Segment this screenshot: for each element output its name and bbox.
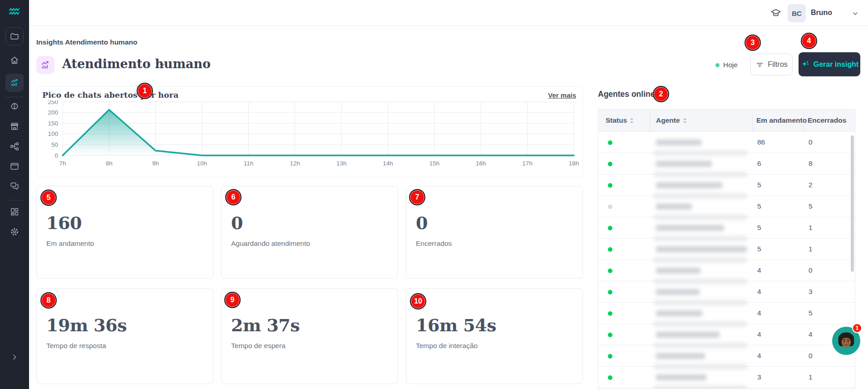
period-indicator: Hoje [715, 61, 738, 69]
sidebar-item-ai[interactable] [10, 101, 20, 111]
closed-value: 8 [809, 160, 813, 168]
sort-icon[interactable] [683, 118, 687, 124]
closed-value: 0 [809, 138, 813, 146]
closed-value: 0 [809, 266, 813, 274]
home-icon [10, 55, 20, 65]
table-row: 5 2 [598, 175, 855, 196]
breadcrumb: Insights Atendimento humano [36, 38, 137, 46]
sidebar [0, 0, 29, 389]
weni-logo[interactable] [9, 7, 20, 16]
period-label: Hoje [723, 61, 738, 69]
sidebar-item-flows[interactable] [10, 141, 20, 151]
agents-online-title: Agentes online [598, 90, 655, 99]
logo-waves-icon [9, 7, 20, 16]
sidebar-item-dashboard[interactable] [10, 207, 20, 217]
sort-icon[interactable] [630, 118, 634, 124]
annotation-badge-9: 9 [224, 292, 241, 308]
sidebar-item-home[interactable] [10, 55, 20, 65]
generate-insight-button[interactable]: Gerar insight [799, 52, 860, 76]
filters-button[interactable]: Filtros [750, 54, 793, 75]
sidebar-item-integrations[interactable] [10, 161, 20, 171]
status-dot [608, 140, 612, 145]
status-dot [608, 269, 612, 273]
svg-text:15h: 15h [429, 160, 440, 167]
metric-label: Encerrados [416, 239, 572, 248]
annotation-badge-8: 8 [40, 292, 57, 309]
sidebar-item-insights-active[interactable] [5, 74, 24, 92]
metric-card: 160 Em andamento [36, 186, 213, 279]
academy-button[interactable] [770, 7, 782, 21]
metric-card: 2m 37s Tempo de espera [221, 288, 398, 384]
agent-subline-blurred [654, 172, 747, 177]
chat-widget-button[interactable]: 1 [832, 327, 860, 355]
agent-name-blurred [656, 332, 720, 338]
period-status-dot [715, 63, 720, 67]
in-progress-value: 4 [757, 330, 761, 339]
in-progress-value: 5 [757, 224, 761, 232]
metric-label: Em andamento [46, 239, 203, 248]
annotation-badge-4: 4 [801, 33, 817, 49]
agent-name-blurred [656, 246, 747, 252]
column-header-status[interactable]: Status [606, 116, 634, 125]
agent-name-blurred [656, 140, 701, 145]
column-header-closed[interactable]: Encerrados [808, 116, 846, 125]
table-row: 3 1 [598, 367, 855, 388]
sidebar-item-settings[interactable] [10, 227, 20, 237]
annotation-badge-5: 5 [40, 190, 57, 206]
in-progress-value: 3 [757, 373, 761, 381]
svg-text:100: 100 [48, 130, 58, 137]
column-header-in-progress[interactable]: Em andamento [756, 116, 807, 125]
table-scrollbar[interactable] [851, 135, 854, 272]
svg-text:7h: 7h [59, 160, 66, 167]
agent-subline-blurred [654, 300, 747, 305]
agent-subline-blurred [654, 150, 747, 156]
status-dot [608, 226, 612, 230]
svg-text:150: 150 [48, 120, 58, 127]
user-menu-button[interactable] [852, 10, 859, 19]
avatar[interactable]: BC [788, 4, 806, 22]
column-header-agent[interactable]: Agente [656, 116, 687, 125]
metric-value: 16m 54s [416, 315, 572, 335]
closed-value: 5 [809, 202, 813, 210]
agent-subline-blurred [654, 364, 747, 369]
peak-chats-chart-card: Pico de chats abertos por hora Ver mais … [36, 86, 583, 177]
metric-card: 0 Encerrados [406, 186, 583, 279]
see-more-link[interactable]: Ver mais [548, 91, 576, 99]
sidebar-item-chats[interactable] [10, 181, 20, 191]
agent-subline-blurred [654, 385, 747, 389]
metric-label: Tempo de resposta [46, 342, 203, 350]
table-row: 4 0 [598, 345, 855, 367]
chat-unread-badge: 1 [852, 323, 862, 333]
user-name[interactable]: Bruno [811, 9, 832, 17]
closed-value: 1 [809, 373, 813, 381]
chevron-down-icon [158, 61, 166, 69]
table-row: 4 4 [598, 324, 855, 345]
dashboard-switcher-button[interactable] [158, 61, 166, 71]
table-row: 4 3 [598, 281, 855, 303]
closed-value: 2 [809, 181, 813, 189]
agent-subline-blurred [654, 193, 747, 199]
table-row: 4 5 [598, 303, 855, 324]
agent-name-blurred [656, 374, 706, 380]
sidebar-item-projects[interactable] [5, 27, 24, 45]
metric-value: 0 [416, 213, 572, 233]
folder-icon [10, 31, 20, 41]
annotation-badge-2: 2 [653, 86, 669, 102]
sidebar-expand-button[interactable] [11, 354, 18, 361]
chevron-right-icon [11, 354, 18, 361]
agent-subline-blurred [654, 279, 747, 284]
insights-chart-icon [40, 60, 51, 70]
closed-value: 4 [809, 330, 813, 339]
agents-table: Status Agente Em andamento Encerrados 86… [598, 109, 855, 389]
brain-icon [10, 101, 20, 111]
svg-text:50: 50 [51, 141, 58, 148]
page-title: Atendimento humano [62, 57, 211, 71]
svg-text:12h: 12h [290, 160, 301, 167]
sidebar-item-store[interactable] [10, 121, 20, 131]
metric-cards: 160 Em andamento0 Aguardando atendimento… [36, 186, 583, 384]
agent-subline-blurred [654, 214, 747, 220]
metric-value: 2m 37s [231, 315, 388, 335]
annotation-badge-3: 3 [745, 35, 761, 51]
line-chart: 0501001502002507h8h9h10h11h12h13h14h15h1… [37, 100, 583, 176]
agent-subline-blurred [654, 343, 747, 348]
